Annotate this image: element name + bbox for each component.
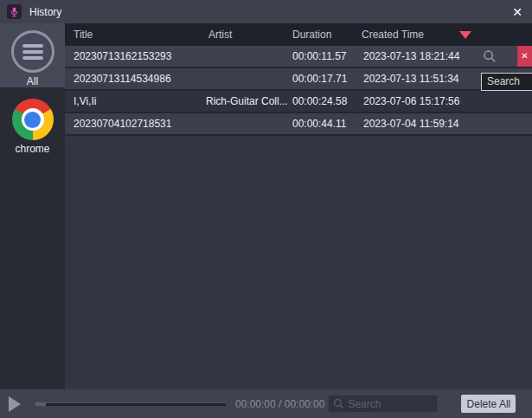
cell-created-time: 2023-07-06 15:17:56	[363, 91, 459, 112]
cell-title: I,Vi,Ii	[74, 91, 96, 112]
column-header-title[interactable]: Title	[74, 23, 93, 46]
sidebar-item-all[interactable]: All	[0, 23, 65, 87]
cell-duration: 00:00:17.71	[292, 68, 347, 89]
seek-handle[interactable]	[35, 402, 46, 406]
table-header: Title Artist Duration Created Time	[65, 23, 532, 46]
search-icon	[333, 398, 344, 409]
search-tooltip: Search	[481, 73, 532, 91]
table-row[interactable]: 20230713162153293 00:00:11.57 2023-07-13…	[65, 46, 532, 68]
table-row[interactable]: 20230713114534986 00:00:17.71 2023-07-13…	[65, 68, 532, 91]
cell-created-time: 2023-07-13 11:51:34	[363, 68, 459, 89]
sort-descending-icon[interactable]	[459, 31, 471, 39]
column-header-duration[interactable]: Duration	[292, 23, 331, 46]
seek-slider[interactable]	[35, 402, 226, 406]
history-window: History ✕ All chrome Title Artis	[0, 0, 532, 418]
cell-duration: 00:00:24.58	[292, 91, 347, 112]
row-search-icon[interactable]	[483, 49, 497, 63]
history-table: Title Artist Duration Created Time 20230…	[65, 23, 532, 389]
cell-artist: Rich-Guitar Coll...	[206, 91, 288, 112]
table-row[interactable]: 20230704102718531 00:00:44.11 2023-07-04…	[65, 113, 532, 136]
titlebar: History ✕	[0, 0, 532, 23]
microphone-icon	[10, 7, 19, 17]
cell-title: 20230713162153293	[74, 46, 171, 67]
search-input[interactable]	[348, 398, 433, 410]
delete-all-button[interactable]: Delete All	[461, 395, 516, 413]
main-area: All chrome Title Artist Duration Created…	[0, 23, 532, 389]
sidebar-item-label: chrome	[15, 143, 49, 155]
player-bar: 00:00:00 / 00:00:00 Delete All	[0, 389, 532, 418]
play-icon[interactable]	[9, 396, 21, 412]
column-header-artist[interactable]: Artist	[208, 23, 232, 46]
cell-title: 20230713114534986	[74, 68, 171, 89]
sidebar-item-chrome[interactable]: chrome	[0, 87, 65, 155]
column-header-created-time[interactable]: Created Time	[362, 23, 424, 46]
row-delete-button[interactable]: ✕	[517, 46, 532, 67]
cell-created-time: 2023-07-04 11:59:14	[363, 113, 459, 134]
table-row[interactable]: I,Vi,Ii Rich-Guitar Coll... 00:00:24.58 …	[65, 91, 532, 113]
window-title: History	[29, 6, 61, 18]
chrome-icon	[12, 99, 54, 140]
search-box	[328, 395, 438, 413]
cell-created-time: 2023-07-13 18:21:44	[363, 46, 459, 67]
cell-duration: 00:00:44.11	[292, 113, 347, 134]
cell-duration: 00:00:11.57	[292, 46, 347, 67]
close-icon[interactable]: ✕	[512, 6, 522, 18]
app-logo	[7, 4, 22, 19]
cell-title: 20230704102718531	[74, 113, 171, 134]
sidebar-item-label: All	[27, 75, 38, 87]
all-sources-icon	[11, 30, 54, 73]
playback-time: 00:00:00 / 00:00:00	[235, 398, 324, 410]
source-sidebar: All chrome	[0, 23, 65, 389]
